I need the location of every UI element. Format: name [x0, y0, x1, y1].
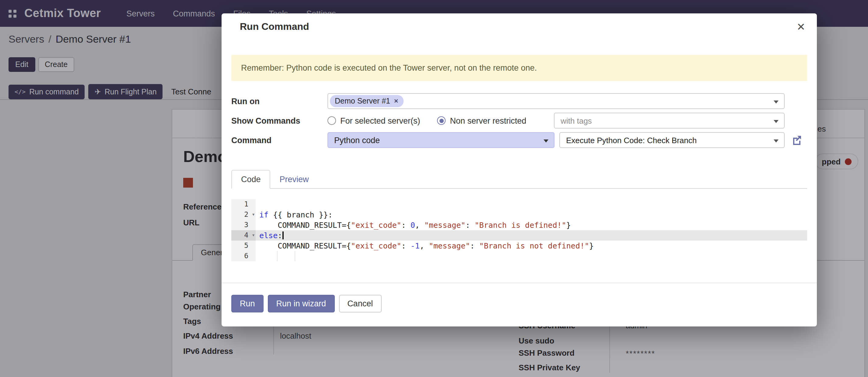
- code-text: if {{ branch }}:: [256, 209, 807, 220]
- radio-non-restricted-label: Non server restricted: [450, 116, 527, 125]
- run-command-modal: Run Command ✕ Remember: Python code is e…: [222, 13, 817, 326]
- code-line-3[interactable]: 3 COMMAND_RESULT={"exit_code": 0, "messa…: [231, 220, 807, 230]
- with-tags-placeholder: with tags: [561, 116, 592, 125]
- cancel-button[interactable]: Cancel: [339, 295, 381, 313]
- chevron-down-icon[interactable]: [544, 140, 549, 143]
- radio-non-restricted[interactable]: Non server restricted: [437, 116, 527, 125]
- code-line-2[interactable]: 2▾if {{ branch }}:: [231, 209, 807, 220]
- code-line-6[interactable]: 6: [231, 251, 807, 261]
- run-button[interactable]: Run: [231, 295, 264, 313]
- chevron-down-icon[interactable]: [774, 120, 778, 123]
- modal-form: Run on Demo Server #1 ✕ Show Commands: [222, 93, 817, 152]
- line-number: 4▾: [231, 230, 256, 240]
- line-number: 2▾: [231, 209, 256, 220]
- run-on-label: Run on: [231, 96, 328, 106]
- code-line-1[interactable]: 1: [231, 199, 807, 209]
- tab-code[interactable]: Code: [231, 170, 271, 189]
- command-row: Command Python code Execute Python Code:…: [222, 132, 817, 148]
- code-line-5[interactable]: 5 COMMAND_RESULT={"exit_code": -1, "mess…: [231, 240, 807, 251]
- remove-tag-icon[interactable]: ✕: [394, 98, 398, 104]
- show-commands-label: Show Commands: [231, 116, 328, 125]
- chevron-down-icon[interactable]: [774, 140, 778, 143]
- line-number: 6: [231, 251, 256, 261]
- code-text: COMMAND_RESULT={"exit_code": -1, "messag…: [256, 240, 807, 251]
- radio-checked-icon[interactable]: [437, 116, 446, 125]
- modal-tabs: Code Preview: [231, 170, 807, 189]
- code-text: COMMAND_RESULT={"exit_code": 0, "message…: [256, 220, 807, 230]
- command-type-select[interactable]: Python code: [328, 132, 555, 148]
- command-label: Command: [231, 136, 328, 145]
- close-icon[interactable]: ✕: [795, 19, 807, 35]
- radio-selected-servers[interactable]: For selected server(s): [328, 116, 420, 125]
- code-text: [256, 251, 807, 261]
- radio-unchecked-icon[interactable]: [328, 116, 336, 125]
- modal-header: Run Command ✕: [222, 13, 817, 41]
- modal-footer: Run Run in wizard Cancel: [222, 283, 817, 326]
- text-cursor: [282, 231, 283, 239]
- with-tags-select[interactable]: with tags: [554, 113, 785, 128]
- show-commands-row: Show Commands For selected server(s) Non…: [222, 113, 817, 128]
- chevron-down-icon[interactable]: [774, 100, 778, 104]
- run-on-select[interactable]: Demo Server #1 ✕: [328, 93, 785, 109]
- python-warning-alert: Remember: Python code is executed on the…: [231, 55, 807, 81]
- command-type-value: Python code: [334, 136, 380, 145]
- line-number: 3: [231, 220, 256, 230]
- tab-preview[interactable]: Preview: [271, 171, 318, 188]
- external-link-icon[interactable]: [792, 135, 802, 145]
- command-select[interactable]: Execute Python Code: Check Branch: [559, 132, 785, 148]
- radio-selected-servers-label: For selected server(s): [340, 116, 420, 125]
- code-line-4[interactable]: 4▾else:: [231, 230, 807, 240]
- run-on-row: Run on Demo Server #1 ✕: [222, 93, 817, 109]
- modal-title: Run Command: [240, 21, 309, 32]
- code-editor[interactable]: 12▾if {{ branch }}:3 COMMAND_RESULT={"ex…: [231, 199, 807, 261]
- screen: Cetmix Tower ServersCommandsFilesToolsSe…: [0, 0, 868, 377]
- run-in-wizard-button[interactable]: Run in wizard: [268, 295, 335, 313]
- fold-arrow-icon[interactable]: ▾: [252, 209, 255, 220]
- code-text: [256, 199, 807, 209]
- server-tag-chip: Demo Server #1 ✕: [330, 95, 403, 107]
- server-tag-label: Demo Server #1: [335, 97, 390, 105]
- line-number: 5: [231, 240, 256, 251]
- line-number: 1: [231, 199, 256, 209]
- code-text: else:: [256, 230, 807, 240]
- command-select-value: Execute Python Code: Check Branch: [566, 136, 696, 145]
- fold-arrow-icon[interactable]: ▾: [252, 230, 255, 240]
